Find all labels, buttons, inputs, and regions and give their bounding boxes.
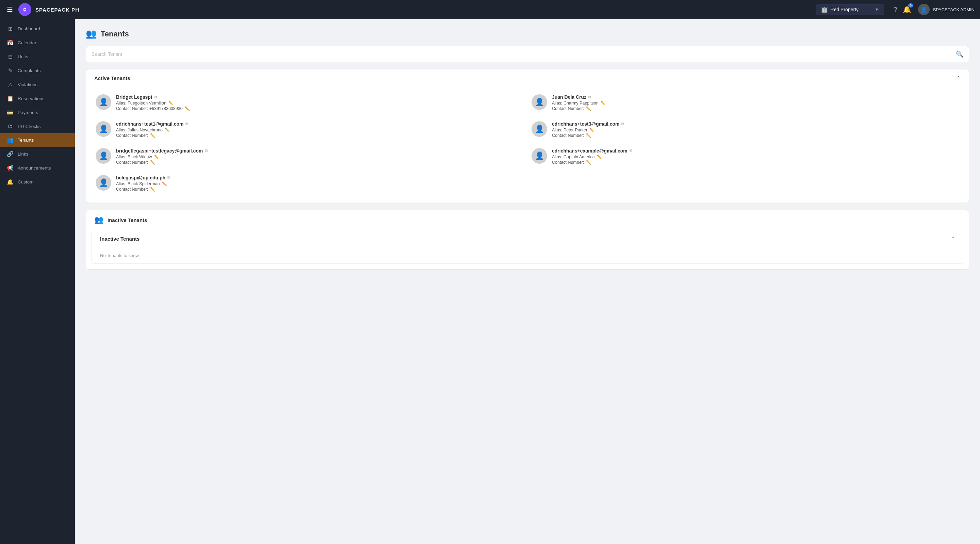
tenant-name-row: edrichhans+test3@gmail.com ⧉ bbox=[552, 121, 959, 127]
svg-point-1 bbox=[24, 9, 26, 11]
sidebar-item-violations[interactable]: △ Violations bbox=[0, 78, 75, 92]
sidebar-item-payments[interactable]: 💳 Payments bbox=[0, 105, 75, 120]
tenant-alias: Alias: Fuegoleon Vermillon ✏️ bbox=[116, 101, 523, 105]
edit-contact-icon[interactable]: ✏️ bbox=[586, 106, 591, 111]
sidebar-item-label: Announcements bbox=[18, 166, 51, 171]
tenant-avatar: 👤 bbox=[95, 121, 111, 137]
tenant-item: 👤 edrichhans+test3@gmail.com ⧉ Alias: Pe… bbox=[527, 116, 963, 143]
sidebar-item-tenants[interactable]: 👥 Tenants bbox=[0, 133, 75, 147]
complaints-icon: ✎ bbox=[7, 67, 14, 74]
tenant-name-row: edrichhans+example@gmail.com ⧉ bbox=[552, 148, 959, 153]
topnav: ☰ SPACEPACK PH 🏢 Red Property ▼ ? 🔔 0 👤 … bbox=[0, 0, 980, 19]
sidebar-item-calendar[interactable]: 📅 Calendar bbox=[0, 36, 75, 50]
search-bar: 🔍 bbox=[86, 46, 969, 62]
layout: ⊞ Dashboard 📅 Calendar ⊟ Units ✎ Complai… bbox=[0, 19, 980, 544]
sidebar: ⊞ Dashboard 📅 Calendar ⊟ Units ✎ Complai… bbox=[0, 19, 75, 544]
edit-contact-icon[interactable]: ✏️ bbox=[586, 160, 591, 165]
edit-alias-icon[interactable]: ✏️ bbox=[589, 128, 595, 132]
tenant-alias: Alias: Charmy Pappitson ✏️ bbox=[552, 101, 959, 105]
sidebar-item-links[interactable]: 🔗 Links bbox=[0, 147, 75, 161]
sidebar-item-complaints[interactable]: ✎ Complaints bbox=[0, 64, 75, 78]
inactive-tenants-inner-header[interactable]: Inactive Tenants ⌃ bbox=[92, 230, 963, 247]
edit-contact-icon[interactable]: ✏️ bbox=[150, 133, 155, 138]
sidebar-item-reservations[interactable]: 📋 Reservations bbox=[0, 92, 75, 105]
tenant-item: 👤 bclegaspi@up.edu.ph ⧉ Alias: Black Spi… bbox=[92, 170, 527, 197]
tenant-contact: Contact Number: ✏️ bbox=[116, 187, 523, 191]
notifications-button[interactable]: 🔔 0 bbox=[903, 5, 911, 14]
calendar-icon: 📅 bbox=[7, 40, 14, 46]
chevron-down-icon: ▼ bbox=[875, 7, 879, 12]
edit-alias-icon[interactable]: ✏️ bbox=[597, 155, 602, 160]
sidebar-item-announcements[interactable]: 📢 Announcements bbox=[0, 161, 75, 175]
sidebar-item-label: Links bbox=[18, 152, 29, 156]
app-brand: SPACEPACK PH bbox=[35, 7, 79, 13]
tenants-grid: 👤 Bridget Legaspi ⧉ Alias: Fuegoleon Ver… bbox=[86, 87, 969, 203]
copy-icon[interactable]: ⧉ bbox=[167, 175, 170, 180]
copy-icon[interactable]: ⧉ bbox=[588, 95, 592, 99]
copy-icon[interactable]: ⧉ bbox=[154, 95, 157, 99]
copy-icon[interactable]: ⧉ bbox=[621, 121, 624, 126]
tenant-info: edrichhans+test3@gmail.com ⧉ Alias: Pete… bbox=[552, 121, 959, 139]
tenant-info: Bridget Legaspi ⧉ Alias: Fuegoleon Vermi… bbox=[116, 94, 523, 112]
announcements-icon: 📢 bbox=[7, 165, 14, 171]
edit-alias-icon[interactable]: ✏️ bbox=[165, 128, 170, 132]
edit-alias-icon[interactable]: ✏️ bbox=[601, 101, 606, 105]
property-selector[interactable]: 🏢 Red Property ▼ bbox=[816, 4, 884, 15]
tenant-info: bclegaspi@up.edu.ph ⧉ Alias: Black Spide… bbox=[116, 175, 523, 192]
main-content: 👥 Tenants 🔍 Active Tenants ⌃ 👤 Bridget L… bbox=[75, 19, 980, 544]
edit-contact-icon[interactable]: ✏️ bbox=[185, 106, 190, 111]
edit-contact-icon[interactable]: ✏️ bbox=[150, 160, 155, 165]
active-tenants-section: Active Tenants ⌃ 👤 Bridget Legaspi ⧉ Ali… bbox=[86, 69, 969, 203]
tenant-contact: Contact Number: ✏️ bbox=[116, 160, 523, 165]
tenant-avatar: 👤 bbox=[531, 94, 547, 110]
sidebar-item-dashboard[interactable]: ⊞ Dashboard bbox=[0, 22, 75, 36]
search-input[interactable] bbox=[92, 51, 956, 57]
copy-icon[interactable]: ⧉ bbox=[630, 148, 633, 153]
sidebar-item-custom[interactable]: 🔔 Custom bbox=[0, 175, 75, 189]
tenant-item: 👤 edrichhans+example@gmail.com ⧉ Alias: … bbox=[527, 143, 963, 170]
tenant-avatar: 👤 bbox=[95, 175, 111, 191]
inactive-section-chevron-icon: ⌃ bbox=[950, 236, 955, 242]
tenant-info: edrichhans+example@gmail.com ⧉ Alias: Ca… bbox=[552, 148, 959, 166]
tenant-info: Juan Dela Cruz ⧉ Alias: Charmy Pappitson… bbox=[552, 94, 959, 112]
tenant-avatar: 👤 bbox=[95, 94, 111, 110]
no-tenants-message: No Tenants to show. bbox=[92, 247, 963, 263]
tenant-info: edrichhans+test1@gmail.com ⧉ Alias: Juli… bbox=[116, 121, 523, 139]
edit-alias-icon[interactable]: ✏️ bbox=[154, 155, 159, 160]
tenant-avatar: 👤 bbox=[531, 121, 547, 137]
sidebar-item-label: PD Checks bbox=[18, 124, 41, 129]
tenant-contact: Contact Number: ✏️ bbox=[552, 133, 959, 138]
sidebar-item-pd-checks[interactable]: 🗂 PD Checks bbox=[0, 120, 75, 133]
tenant-name-row: bridgetlegaspi+testlegacy@gmail.com ⧉ bbox=[116, 148, 523, 153]
payments-icon: 💳 bbox=[7, 109, 14, 116]
edit-contact-icon[interactable]: ✏️ bbox=[150, 187, 155, 191]
violations-icon: △ bbox=[7, 81, 14, 88]
tenant-name-row: edrichhans+test1@gmail.com ⧉ bbox=[116, 121, 523, 127]
sidebar-item-label: Custom bbox=[18, 179, 34, 185]
active-tenants-title: Active Tenants bbox=[94, 75, 130, 81]
property-name: Red Property bbox=[830, 7, 859, 12]
copy-icon[interactable]: ⧉ bbox=[205, 148, 208, 153]
tenant-contact: Contact Number: ✏️ bbox=[116, 133, 523, 138]
edit-alias-icon[interactable]: ✏️ bbox=[169, 101, 173, 105]
sidebar-item-label: Dashboard bbox=[18, 26, 40, 31]
search-icon: 🔍 bbox=[956, 50, 963, 58]
hamburger-button[interactable]: ☰ bbox=[5, 4, 14, 15]
user-menu[interactable]: 👤 SPACEPACK ADMIN bbox=[918, 4, 975, 15]
sidebar-item-label: Complaints bbox=[18, 68, 41, 73]
tenant-avatar: 👤 bbox=[531, 148, 547, 164]
tenant-name: bridgetlegaspi+testlegacy@gmail.com bbox=[116, 148, 203, 153]
tenant-name: edrichhans+test3@gmail.com bbox=[552, 121, 619, 127]
links-icon: 🔗 bbox=[7, 151, 14, 157]
tenant-name: edrichhans+example@gmail.com bbox=[552, 148, 627, 153]
help-button[interactable]: ? bbox=[894, 6, 897, 14]
edit-contact-icon[interactable]: ✏️ bbox=[586, 133, 591, 138]
edit-alias-icon[interactable]: ✏️ bbox=[162, 182, 167, 186]
tenant-alias: Alias: Black Spiderman ✏️ bbox=[116, 182, 523, 186]
sidebar-item-units[interactable]: ⊟ Units bbox=[0, 50, 75, 64]
tenant-name-row: bclegaspi@up.edu.ph ⧉ bbox=[116, 175, 523, 180]
active-tenants-header[interactable]: Active Tenants ⌃ bbox=[86, 69, 969, 87]
copy-icon[interactable]: ⧉ bbox=[185, 121, 189, 126]
sidebar-item-label: Payments bbox=[18, 110, 38, 115]
tenant-alias: Alias: Peter Parker ✏️ bbox=[552, 128, 959, 132]
